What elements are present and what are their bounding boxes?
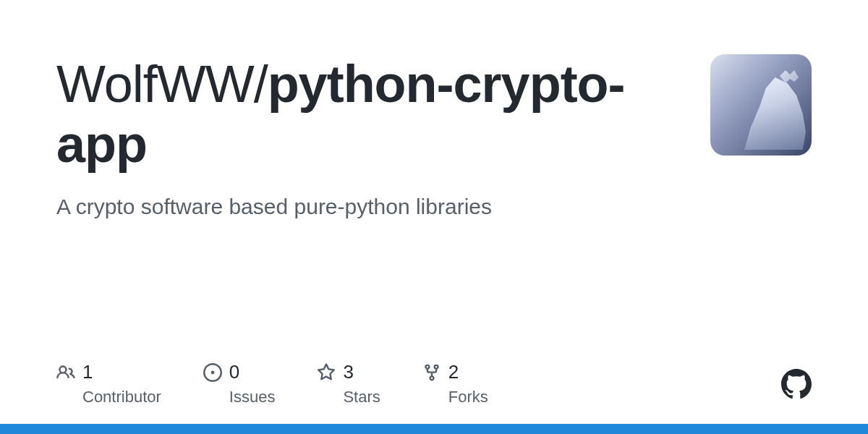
forks-label: Forks bbox=[448, 388, 488, 407]
stat-contributors[interactable]: 1 Contributor bbox=[56, 361, 161, 407]
repo-title: WolfWW/python-crypto-app bbox=[56, 54, 681, 174]
repo-owner[interactable]: WolfWW bbox=[56, 55, 254, 113]
stat-stars[interactable]: 3 Stars bbox=[317, 361, 380, 407]
issue-icon bbox=[203, 363, 222, 382]
issues-label: Issues bbox=[229, 388, 276, 407]
stars-label: Stars bbox=[343, 388, 380, 407]
accent-bar bbox=[0, 424, 868, 434]
contributors-count: 1 bbox=[82, 361, 93, 383]
stats-list: 1 Contributor 0 Issues 3 Stars bbox=[56, 361, 488, 407]
repo-card: WolfWW/python-crypto-app A crypto softwa… bbox=[0, 0, 868, 219]
star-icon bbox=[317, 363, 336, 382]
slash-separator: / bbox=[254, 55, 268, 113]
owner-avatar[interactable] bbox=[710, 54, 812, 156]
repo-info: WolfWW/python-crypto-app A crypto softwa… bbox=[56, 54, 681, 219]
stars-count: 3 bbox=[343, 361, 353, 383]
github-logo-icon[interactable] bbox=[781, 369, 812, 399]
stats-bar: 1 Contributor 0 Issues 3 Stars bbox=[56, 361, 812, 407]
forks-count: 2 bbox=[448, 361, 459, 383]
contributors-label: Contributor bbox=[82, 388, 161, 407]
people-icon bbox=[56, 363, 75, 382]
issues-count: 0 bbox=[229, 361, 239, 383]
fork-icon bbox=[422, 363, 441, 382]
repo-description: A crypto software based pure-python libr… bbox=[56, 195, 681, 219]
stat-forks[interactable]: 2 Forks bbox=[422, 361, 488, 407]
stat-issues[interactable]: 0 Issues bbox=[203, 361, 276, 407]
